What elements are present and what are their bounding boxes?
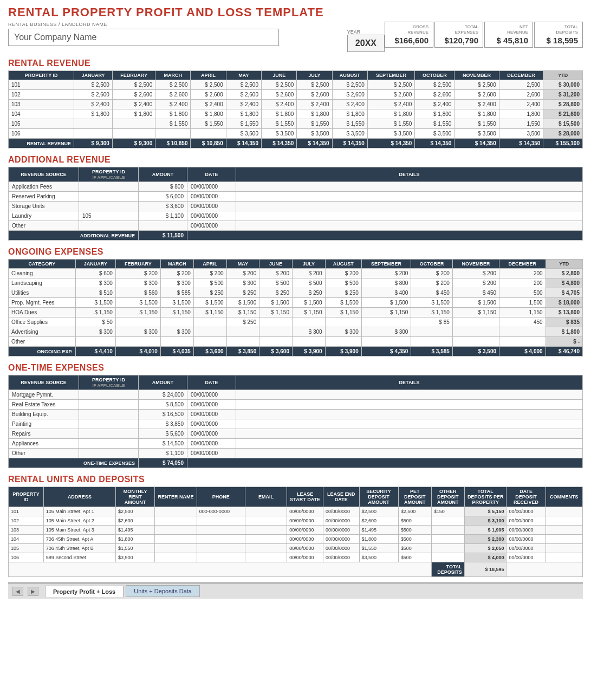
additional-revenue-title: ADDITIONAL REVENUE (8, 155, 583, 165)
net-revenue-value: $ 45,810 (489, 36, 528, 45)
table-row: 105$ 1,550$ 1,550$ 1,550$ 1,550$ 1,550$ … (9, 119, 583, 129)
table-row: 102$ 2,600$ 2,600$ 2,600$ 2,600$ 2,600$ … (9, 90, 583, 100)
add-rev-total-label: ADDITIONAL REVENUE (9, 231, 139, 241)
tab-bar: ◀ ▶ Property Profit + Loss Units + Depos… (8, 582, 583, 599)
table-row: Other$ - (9, 337, 583, 347)
year-field[interactable]: 20XX (347, 35, 385, 52)
col-ytd: YTD (543, 71, 583, 80)
col-ot-property-id: PROPERTY IDif applicable (79, 375, 139, 390)
table-row: Application Fees$ 80000/00/0000 (9, 182, 583, 192)
col-april: APRIL (191, 71, 226, 80)
col-category: CATEGORY (9, 260, 76, 269)
table-row: Storage Units$ 3,60000/00/0000 (9, 202, 583, 211)
table-row: Mortgage Pymnt.$ 24,00000/00/0000 (9, 390, 583, 400)
col-ot-source: REVENUE SOURCE (9, 375, 79, 390)
year-label: YEAR (347, 29, 385, 35)
tab-units-deposits-data[interactable]: Units + Deposits Data (126, 585, 200, 597)
table-row: 101105 Main Street, Apt 1$2,500000-000-0… (9, 507, 583, 516)
table-row: Other$ 1,10000/00/0000 (9, 449, 583, 458)
col-property-id-applicable: PROPERTY IDif applicable (79, 167, 139, 182)
table-row: 102105 Main Street, Apt 2$2,60000/00/000… (9, 516, 583, 526)
header-row: RENTAL BUSINESS / LANDLORD NAME Your Com… (8, 22, 583, 52)
rental-units-table: PROPERTY ID ADDRESS MONTHLY RENT AMOUNT … (8, 487, 583, 577)
table-row: 101$ 2,500$ 2,500$ 2,500$ 2,500$ 2,500$ … (9, 80, 583, 90)
summary-boxes: GROSSREVENUE $166,600 TOTALEXPENSES $120… (385, 22, 583, 48)
total-expenses-value: $120,790 (439, 36, 478, 45)
page-container: RENTAL PROPERTY PROFIT AND LOSS TEMPLATE… (0, 0, 591, 700)
col-january: JANUARY (74, 71, 113, 80)
col-details: DETAILS (236, 167, 583, 182)
rental-units-title: RENTAL UNITS AND DEPOSITS (8, 475, 583, 484)
table-row: 104706 45th Street, Apt A$1,80000/00/000… (9, 535, 583, 544)
tab-prev-arrow[interactable]: ◀ (12, 587, 23, 596)
ongoing-expenses-total-row: ONGOING EXP.$ 4,410$ 4,010$ 4,035$ 3,600… (9, 347, 583, 357)
table-row: Real Estate Taxes$ 8,50000/00/0000 (9, 400, 583, 410)
col-amount: AMOUNT (139, 167, 187, 182)
additional-revenue-total-row: ADDITIONAL REVENUE $ 11,500 (9, 231, 583, 241)
ot-total-label: ONE-TIME EXPENSES (9, 458, 139, 468)
one-time-expenses-table: REVENUE SOURCE PROPERTY IDif applicable … (8, 375, 583, 468)
deposits-total-value: $ 18,595 (464, 562, 506, 577)
table-row: Appliances$ 14,50000/00/0000 (9, 439, 583, 449)
col-december: DECEMBER (499, 71, 543, 80)
one-time-total-row: ONE-TIME EXPENSES $ 74,050 (9, 458, 583, 468)
table-row: 104$ 1,800$ 1,800$ 1,800$ 1,800$ 1,800$ … (9, 109, 583, 119)
col-date: DATE (187, 167, 236, 182)
col-ot-date: DATE (187, 375, 236, 390)
table-row: Cleaning$ 600$ 200$ 200$ 200$ 200$ 200$ … (9, 269, 583, 278)
ongoing-expenses-title: ONGOING EXPENSES (8, 247, 583, 257)
table-row: Reserved Parking$ 6,00000/00/0000 (9, 192, 583, 202)
col-august: AUGUST (332, 71, 367, 80)
col-july: JULY (297, 71, 332, 80)
deposits-total-label: TOTALDEPOSITS (431, 562, 464, 577)
table-row: Prop. Mgmt. Fees$ 1,500$ 1,500$ 1,500$ 1… (9, 298, 583, 308)
tab-property-profit-loss[interactable]: Property Profit + Loss (45, 586, 124, 597)
table-row: 106589 Second Street$3,50000/00/000000/0… (9, 553, 583, 562)
col-june: JUNE (262, 71, 297, 80)
table-row: Building Equip.$ 16,50000/00/0000 (9, 410, 583, 419)
col-ot-amount: AMOUNT (139, 375, 187, 390)
table-row: Painting$ 3,85000/00/0000 (9, 419, 583, 429)
table-row: Laundry105$ 1,10000/00/0000 (9, 211, 583, 221)
total-deposits-value: $ 18,595 (539, 36, 578, 45)
col-ot-details: DETAILS (236, 375, 583, 390)
net-revenue-box: NETREVENUE $ 45,810 (484, 22, 533, 48)
add-rev-total-value: $ 11,500 (139, 231, 187, 241)
col-november: NOVEMBER (454, 71, 499, 80)
col-revenue-source: REVENUE SOURCE (9, 167, 79, 182)
business-label: RENTAL BUSINESS / LANDLORD NAME (8, 22, 331, 27)
col-september: SEPTEMBER (367, 71, 415, 80)
main-title: RENTAL PROPERTY PROFIT AND LOSS TEMPLATE (8, 5, 583, 20)
table-row: Advertising$ 300$ 300$ 300$ 300$ 300$ 30… (9, 327, 583, 337)
table-row: Landscaping$ 300$ 300$ 300$ 500$ 300$ 50… (9, 278, 583, 288)
total-deposits-box: TOTALDEPOSITS $ 18,595 (534, 22, 583, 48)
table-row: 103105 Main Street, Apt 3$1,49500/00/000… (9, 526, 583, 535)
table-row: 105706 45th Street, Apt B$1,55000/00/000… (9, 544, 583, 553)
table-row: Office Supplies$ 50$ 250$ 85450$ 835 (9, 317, 583, 327)
rental-revenue-table: PROPERTY ID JANUARY FEBRUARY MARCH APRIL… (8, 70, 583, 148)
table-row: 103$ 2,400$ 2,400$ 2,400$ 2,400$ 2,400$ … (9, 100, 583, 109)
col-october: OCTOBER (415, 71, 454, 80)
table-row: Other00/00/0000 (9, 221, 583, 231)
additional-revenue-table: REVENUE SOURCE PROPERTY IDif applicable … (8, 167, 583, 241)
total-expenses-box: TOTALEXPENSES $120,790 (434, 22, 483, 48)
gross-revenue-value: $166,600 (389, 36, 428, 45)
table-row: 106$ 3,500$ 3,500$ 3,500$ 3,500$ 3,500$ … (9, 129, 583, 139)
table-row: HOA Dues$ 1,150$ 1,150$ 1,150$ 1,150$ 1,… (9, 308, 583, 317)
header-left: RENTAL BUSINESS / LANDLORD NAME Your Com… (8, 22, 331, 46)
col-may: MAY (226, 71, 261, 80)
col-march: MARCH (155, 71, 191, 80)
tab-next-arrow[interactable]: ▶ (28, 587, 38, 596)
ongoing-expenses-table: CATEGORY JANUARY FEBRUARY MARCH APRIL MA… (8, 259, 583, 357)
rental-revenue-title: RENTAL REVENUE (8, 59, 583, 68)
ot-total-value: $ 74,050 (139, 458, 187, 468)
gross-revenue-box: GROSSREVENUE $166,600 (385, 22, 433, 48)
table-row: Repairs$ 5,60000/00/0000 (9, 429, 583, 439)
tab-navigation: ◀ ▶ (12, 587, 38, 596)
rental-revenue-total-row: RENTAL REVENUE$ 9,300$ 9,300$ 10,850$ 10… (9, 139, 583, 148)
one-time-expenses-title: ONE-TIME EXPENSES (8, 363, 583, 373)
company-name-field[interactable]: Your Company Name (8, 29, 279, 46)
col-property-id: PROPERTY ID (9, 71, 74, 80)
year-section: YEAR 20XX (347, 29, 385, 52)
deposits-total-row: TOTALDEPOSITS $ 18,595 (9, 562, 583, 577)
